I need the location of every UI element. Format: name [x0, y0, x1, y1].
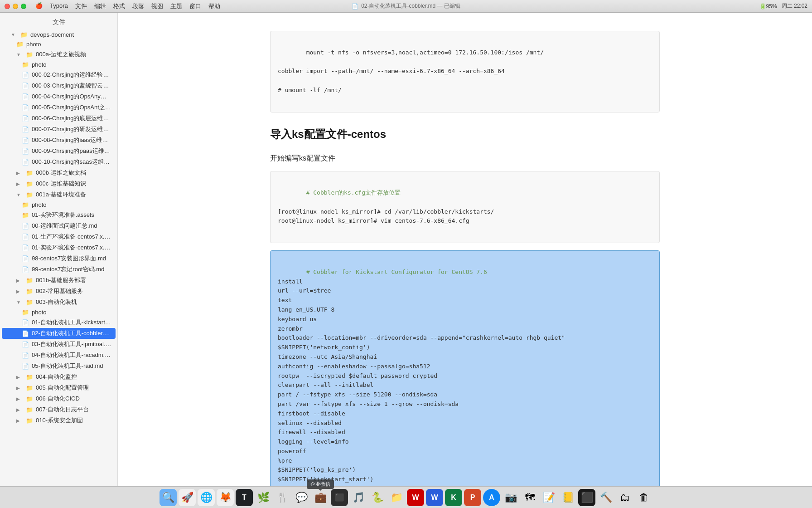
menu-file[interactable]: 文件: [75, 2, 87, 10]
dock-fork[interactable]: 🍴: [274, 489, 291, 506]
sidebar-item-photo-2[interactable]: 📁 photo: [2, 60, 116, 69]
wechat-icon: 💬: [295, 492, 308, 503]
sidebar-item-000-03[interactable]: 📄 000-03-Chrsjing的蓝鲸智云之旅.md: [2, 80, 116, 91]
sidebar-item-006[interactable]: ▶ 📁 006-自动化CICD: [2, 393, 116, 404]
titlebar: 🍎 Typora 文件 编辑 格式 段落 视图 主题 窗口 帮助 📄 02-自动…: [0, 0, 812, 13]
dock-finder3[interactable]: 🗂: [616, 489, 633, 506]
menu-apple[interactable]: 🍎: [35, 2, 43, 10]
ks-config-block[interactable]: # Cobbler for Kickstart Configurator for…: [270, 250, 660, 486]
close-button[interactable]: [5, 4, 10, 9]
dock-notes[interactable]: 📒: [559, 489, 576, 506]
sidebar-item-label: 000-09-Chrsjing的paas运维之旅.md: [32, 147, 112, 155]
expand-arrow-icon: ▶: [16, 181, 24, 186]
dock-reminders[interactable]: 📝: [540, 489, 557, 506]
enterprise-wechat-icon: 💼: [314, 492, 327, 503]
sidebar-item-label: 000b-运维之旅文档: [36, 169, 86, 177]
sidebar-item-01-kickstart[interactable]: 📄 01-自动化装机工具-kickstart.md: [2, 317, 116, 328]
sidebar-item-000-06[interactable]: 📄 000-06-Chrsjing的底层运维之旅.md: [2, 113, 116, 124]
menu-window[interactable]: 窗口: [189, 2, 201, 10]
sidebar-item-02-cobbler[interactable]: 📄 02-自动化装机工具-cobbler.md: [2, 328, 116, 339]
minimize-button[interactable]: [13, 4, 18, 9]
sidebar-item-002[interactable]: ▶ 📁 002-常用基础服务: [2, 286, 116, 297]
dock-xcode[interactable]: 🔨: [597, 489, 614, 506]
sidebar-item-000c[interactable]: ▶ 📁 000c-运维基础知识: [2, 178, 116, 189]
dock-wechat[interactable]: 💬: [293, 489, 310, 506]
dock-terminal[interactable]: ⬛: [331, 489, 348, 506]
sidebar-item-000-02[interactable]: 📄 000-02-Chrsjing的运维经验总结.md: [2, 69, 116, 80]
menu-typora[interactable]: Typora: [50, 2, 68, 10]
sidebar-item-000-04[interactable]: 📄 000-04-Chrsjing的OpsAny之旅.md: [2, 91, 116, 102]
sidebar-item-000b[interactable]: ▶ 📁 000b-运维之旅文档: [2, 167, 116, 178]
expand-arrow-icon: ▶: [16, 396, 24, 401]
sidebar-item-000-09[interactable]: 📄 000-09-Chrsjing的paas运维之旅.md: [2, 146, 116, 156]
sidebar-item-000-07[interactable]: 📄 000-07-Chrsjing的研发运维之旅.md: [2, 124, 116, 135]
dock-appstore[interactable]: A: [483, 489, 500, 506]
sidebar-item-99[interactable]: 📄 99-centos7忘记root密码.md: [2, 264, 116, 275]
dock-music[interactable]: 🎵: [350, 489, 367, 506]
sidebar-item-photo-4[interactable]: 📁 photo: [2, 308, 116, 317]
sidebar-item-01-shengchan[interactable]: 📄 01-生产环境准备-centos7.x.md: [2, 231, 116, 242]
finder-icon: 🔍: [162, 492, 174, 503]
dock-sourcetree[interactable]: 🌿: [255, 489, 272, 506]
menu-format[interactable]: 格式: [113, 2, 125, 10]
folder-icon: 📁: [26, 191, 34, 198]
sidebar-item-01-shiyan[interactable]: 📄 01-实验环境准备-centos7.x.md: [2, 242, 116, 253]
wps-icon: W: [412, 493, 419, 502]
sidebar-item-000-05[interactable]: 📄 000-05-Chrsjing的OpsAnt之旅.md: [2, 102, 116, 113]
sidebar-item-04-racadm[interactable]: 📄 04-自动化装机工具-racadm.md: [2, 350, 116, 361]
sidebar-item-05-raid[interactable]: 📄 05-自动化装机工具-raid.md: [2, 361, 116, 371]
dock-enterprise-wechat[interactable]: 💼 企业微信: [312, 489, 329, 506]
dock-firefox[interactable]: 🦊: [217, 489, 234, 506]
sidebar-item-label: 99-centos7忘记root密码.md: [32, 265, 104, 274]
sidebar-header: 文件: [0, 13, 117, 30]
menu-view[interactable]: 视图: [151, 2, 163, 10]
menu-edit[interactable]: 编辑: [94, 2, 106, 10]
sidebar-item-004[interactable]: ▶ 📁 004-自动化监控: [2, 371, 116, 382]
sidebar-item-005[interactable]: ▶ 📁 005-自动化配置管理: [2, 382, 116, 393]
expand-arrow-icon: ▶: [16, 386, 24, 391]
dock-wps-ppt[interactable]: P: [464, 489, 481, 506]
dock-wps-excel[interactable]: K: [445, 489, 462, 506]
traffic-lights: [5, 4, 26, 9]
sidebar-item-photo-1[interactable]: 📁 photo: [2, 39, 116, 49]
sidebar-item-devops-docment[interactable]: ▼ 📁 devops-docment: [2, 30, 116, 39]
dock-chrome[interactable]: 🌐: [198, 489, 215, 506]
sidebar-item-03-ipmi[interactable]: 📄 03-自动化装机工具-ipmitoal.md: [2, 339, 116, 350]
dock-maps[interactable]: 🗺: [521, 489, 538, 506]
folder-icon: 📁: [22, 201, 30, 208]
editor-area[interactable]: mount -t nfs -o nfsvers=3,noacl,actimeo=…: [118, 13, 812, 486]
dock-terminal2[interactable]: ⬛: [578, 489, 595, 506]
sidebar-item-000-10[interactable]: 📄 000-10-Chrsjing的saas运维之旅.md: [2, 156, 116, 167]
dock-trash[interactable]: 🗑: [635, 489, 652, 506]
dock-finder[interactable]: 🔍: [160, 489, 177, 506]
maximize-button[interactable]: [21, 4, 26, 9]
sidebar-item-photo-3[interactable]: 📁 photo: [2, 200, 116, 210]
sidebar-item-label: 000-05-Chrsjing的OpsAnt之旅.md: [32, 103, 112, 112]
sidebar-item-001b[interactable]: ▶ 📁 001b-基础服务部署: [2, 275, 116, 286]
folder-icon: 📁: [22, 309, 30, 316]
dock-finder2[interactable]: 📁: [388, 489, 405, 506]
sidebar-item-003[interactable]: ▼ 📁 003-自动化装机: [2, 297, 116, 308]
sidebar-item-98[interactable]: 📄 98-centos7安装图形界面.md: [2, 253, 116, 264]
dock-photos[interactable]: 📷: [502, 489, 519, 506]
menu-paragraph[interactable]: 段落: [132, 2, 144, 10]
sidebar-item-01-assets[interactable]: 📁 01-实验环境准备.assets: [2, 210, 116, 220]
menu-theme[interactable]: 主题: [170, 2, 182, 10]
dock-wps[interactable]: W: [407, 489, 424, 506]
sidebar-item-label: photo: [32, 309, 47, 316]
sidebar-item-000-08[interactable]: 📄 000-08-Chrsjing的iaas运维之旅.md: [2, 135, 116, 146]
folder-icon: 📁: [26, 374, 34, 381]
folder-icon: 📁: [26, 406, 34, 413]
sidebar-item-00-yunwei[interactable]: 📄 00-运维面试问题汇总.md: [2, 220, 116, 231]
sidebar-item-label: 010-系统安全加固: [36, 416, 83, 425]
dock-launchpad[interactable]: 🚀: [179, 489, 196, 506]
dock-pycharm[interactable]: 🐍: [369, 489, 386, 506]
menu-help[interactable]: 帮助: [208, 2, 220, 10]
sidebar-item-001a[interactable]: ▼ 📁 001a-基础环境准备: [2, 189, 116, 200]
finder2-icon: 📁: [391, 492, 403, 503]
dock-word[interactable]: W: [426, 489, 443, 506]
dock-typora[interactable]: T: [236, 489, 253, 506]
sidebar-item-000a[interactable]: ▼ 📁 000a-运维之旅视频: [2, 49, 116, 60]
sidebar-item-010[interactable]: ▶ 📁 010-系统安全加固: [2, 415, 116, 426]
sidebar-item-007[interactable]: ▶ 📁 007-自动化日志平台: [2, 404, 116, 415]
